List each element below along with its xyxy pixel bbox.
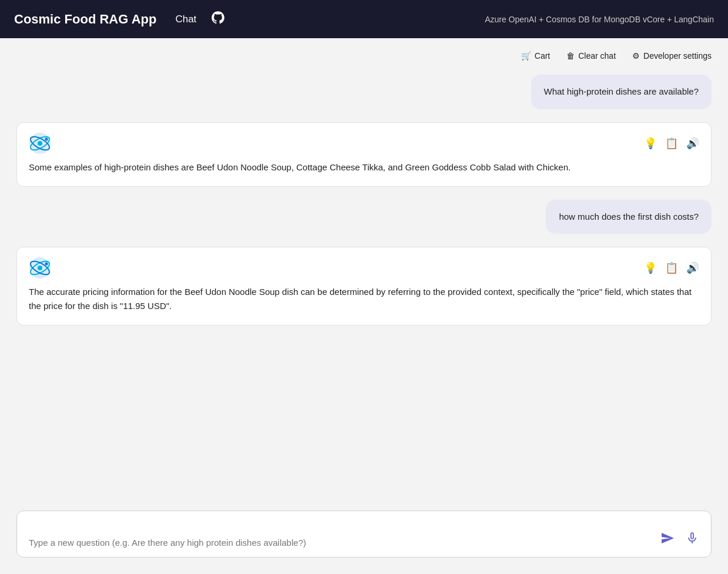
chat-input[interactable]: [29, 538, 652, 548]
svg-point-9: [45, 263, 48, 266]
ai-message-card: 💡 📋 🔊 The accurate pricing information f…: [16, 247, 712, 325]
trash-icon: 🗑: [566, 51, 575, 61]
ai-message-card: 💡 📋 🔊 Some examples of high-protein dish…: [16, 122, 712, 187]
ai-card-header: 💡 📋 🔊: [29, 257, 699, 279]
speaker-icon[interactable]: 🔊: [686, 137, 699, 150]
cart-icon: 🛒: [521, 51, 531, 61]
user-message-text: how much does the first dish costs?: [559, 212, 699, 221]
ai-card-actions: 💡 📋 🔊: [644, 137, 699, 150]
cart-label: Cart: [535, 51, 550, 61]
app-title: Cosmic Food RAG App: [14, 12, 156, 27]
ai-avatar: [29, 132, 51, 155]
clipboard-icon[interactable]: 📋: [665, 261, 678, 274]
svg-point-4: [45, 137, 48, 140]
lightbulb-icon[interactable]: 💡: [644, 261, 657, 274]
user-message-row: how much does the first dish costs?: [16, 200, 712, 234]
user-bubble: how much does the first dish costs?: [546, 200, 712, 234]
ai-card-header: 💡 📋 🔊: [29, 132, 699, 155]
clipboard-icon[interactable]: 📋: [665, 137, 678, 150]
chat-label: Chat: [175, 14, 196, 25]
speaker-icon[interactable]: 🔊: [686, 261, 699, 274]
ai-message-text: Some examples of high-protein dishes are…: [29, 160, 699, 174]
user-bubble: What high-protein dishes are available?: [531, 75, 712, 109]
tech-stack-label: Azure OpenAI + Cosmos DB for MongoDB vCo…: [485, 15, 714, 24]
chat-area: What high-protein dishes are available? …: [0, 69, 728, 511]
user-message-text: What high-protein dishes are available?: [544, 86, 699, 96]
ai-message-text: The accurate pricing information for the…: [29, 285, 699, 313]
svg-point-8: [38, 266, 42, 270]
developer-settings-label: Developer settings: [643, 51, 712, 61]
github-icon[interactable]: [210, 10, 226, 29]
developer-settings-button[interactable]: ⚙ Developer settings: [632, 49, 712, 63]
user-message-row: What high-protein dishes are available?: [16, 75, 712, 109]
ai-card-actions: 💡 📋 🔊: [644, 261, 699, 274]
cart-button[interactable]: 🛒 Cart: [521, 49, 550, 63]
clear-chat-button[interactable]: 🗑 Clear chat: [566, 49, 616, 63]
lightbulb-icon[interactable]: 💡: [644, 137, 657, 150]
chat-input-area: [16, 511, 712, 558]
clear-chat-label: Clear chat: [578, 51, 616, 61]
svg-point-3: [38, 141, 42, 146]
app-header: Cosmic Food RAG App Chat Azure OpenAI + …: [0, 0, 728, 38]
send-button[interactable]: [658, 529, 677, 548]
gear-icon: ⚙: [632, 51, 640, 61]
ai-avatar: [29, 257, 51, 279]
toolbar: 🛒 Cart 🗑 Clear chat ⚙ Developer settings: [0, 38, 728, 69]
microphone-button[interactable]: [683, 529, 702, 548]
